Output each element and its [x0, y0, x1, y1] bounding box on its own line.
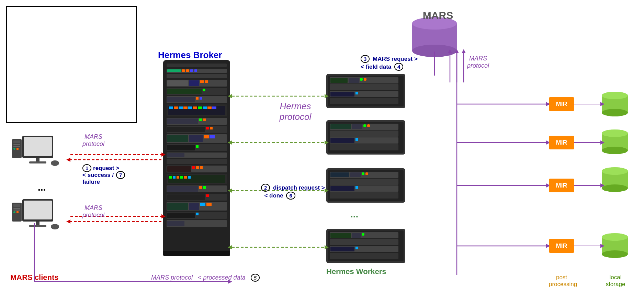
svg-point-10: [602, 147, 628, 154]
svg-rect-169: [13, 210, 20, 211]
svg-rect-105: [330, 77, 398, 83]
svg-rect-93: [167, 203, 188, 210]
svg-rect-58: [167, 127, 205, 132]
svg-point-6: [602, 109, 628, 116]
svg-rect-118: [330, 131, 398, 137]
svg-rect-47: [188, 106, 192, 109]
svg-rect-23: [167, 69, 181, 72]
svg-rect-35: [167, 89, 202, 94]
svg-rect-81: [177, 176, 179, 179]
svg-rect-91: [206, 194, 209, 197]
svg-rect-66: [167, 144, 227, 151]
svg-rect-87: [199, 186, 202, 189]
svg-rect-163: [24, 201, 52, 219]
svg-rect-32: [200, 80, 204, 83]
svg-rect-44: [174, 106, 178, 109]
svg-point-15: [602, 167, 628, 175]
svg-point-2: [412, 45, 457, 57]
step-3-label: 3 MARS request > < field data 4: [361, 55, 418, 71]
svg-rect-65: [210, 135, 215, 138]
svg-rect-162: [22, 199, 53, 222]
svg-point-8: [602, 129, 628, 137]
mars-protocol-label-1: MARSprotocol: [82, 133, 104, 148]
hermes-workers-label: Hermes Workers: [326, 267, 386, 276]
svg-rect-100: [167, 220, 227, 227]
svg-rect-145: [330, 233, 351, 238]
workers-ellipsis: ...: [350, 209, 358, 220]
svg-rect-147: [362, 233, 364, 236]
hermes-protocol-label: Hermesprotocol: [261, 101, 330, 122]
svg-point-14: [602, 184, 628, 192]
svg-rect-157: [13, 146, 20, 147]
svg-rect-60: [210, 127, 213, 129]
svg-rect-165: [29, 225, 46, 227]
svg-rect-104: [328, 76, 404, 106]
local-storage-label: local storage: [602, 274, 629, 288]
svg-rect-107: [330, 91, 398, 97]
svg-rect-129: [330, 172, 398, 178]
svg-rect-95: [200, 203, 205, 206]
svg-rect-48: [193, 106, 197, 109]
svg-rect-110: [349, 78, 359, 83]
svg-point-11: [602, 129, 628, 137]
step-2-label: 2 dispatch request > < done 6: [261, 184, 325, 200]
svg-rect-85: [167, 185, 227, 192]
svg-rect-152: [36, 158, 39, 161]
mars-protocol-label-2: MARSprotocol: [82, 204, 104, 219]
mars-protocol-label-3: MARS protocol < processed data 5: [151, 274, 260, 281]
svg-rect-167: [13, 204, 20, 207]
svg-rect-25: [186, 69, 189, 72]
svg-rect-28: [167, 74, 227, 78]
svg-rect-52: [212, 106, 216, 109]
svg-rect-82: [180, 176, 183, 179]
svg-rect-150: [22, 136, 53, 158]
svg-rect-30: [167, 80, 188, 86]
svg-rect-168: [13, 208, 20, 209]
svg-rect-42: [168, 106, 225, 115]
svg-marker-184: [325, 94, 329, 98]
svg-rect-80: [173, 176, 176, 179]
svg-rect-46: [183, 106, 188, 109]
svg-marker-193: [325, 245, 329, 249]
svg-rect-156: [13, 144, 20, 145]
mir-box-3: MIR: [549, 179, 574, 192]
svg-rect-120: [330, 144, 398, 150]
svg-marker-196: [448, 49, 452, 53]
svg-marker-183: [228, 94, 232, 98]
svg-rect-17: [602, 237, 628, 254]
svg-rect-170: [13, 211, 15, 213]
svg-rect-131: [330, 185, 398, 192]
svg-rect-13: [602, 171, 628, 188]
svg-rect-115: [326, 120, 405, 155]
svg-rect-123: [363, 124, 366, 127]
svg-rect-139: [326, 229, 405, 263]
svg-rect-31: [189, 80, 199, 86]
svg-rect-94: [189, 203, 199, 210]
svg-rect-130: [330, 179, 398, 185]
svg-rect-74: [192, 166, 195, 169]
svg-rect-51: [207, 106, 212, 109]
svg-rect-29: [167, 80, 227, 87]
svg-rect-49: [198, 106, 202, 109]
svg-rect-54: [167, 118, 198, 124]
svg-marker-179: [161, 214, 166, 218]
svg-rect-133: [330, 172, 349, 177]
svg-rect-113: [330, 92, 354, 97]
placeholder-image: [6, 6, 137, 123]
post-processing-label: post processing: [549, 274, 574, 288]
svg-rect-79: [169, 176, 172, 179]
mir-box-1: MIR: [549, 97, 574, 111]
svg-rect-92: [167, 202, 227, 211]
svg-rect-166: [12, 203, 22, 222]
svg-rect-98: [167, 213, 195, 218]
svg-rect-112: [364, 78, 366, 81]
svg-rect-158: [13, 148, 15, 150]
svg-rect-125: [330, 138, 354, 143]
svg-rect-76: [200, 166, 203, 169]
svg-rect-83: [184, 176, 187, 179]
svg-rect-77: [167, 174, 227, 184]
svg-rect-126: [355, 138, 358, 141]
svg-marker-217: [600, 244, 605, 248]
svg-rect-34: [167, 88, 227, 95]
svg-rect-119: [330, 137, 398, 144]
